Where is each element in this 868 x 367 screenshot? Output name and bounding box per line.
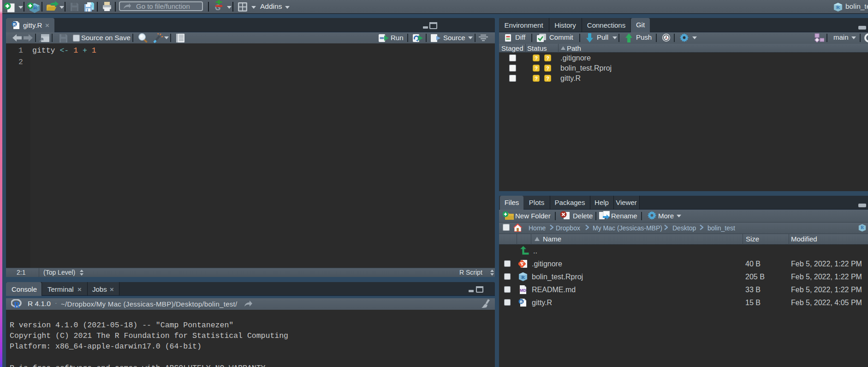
svg-text:R: R	[14, 300, 20, 308]
svg-text:R: R	[520, 300, 523, 304]
svg-text:R: R	[13, 22, 16, 27]
svg-text:R: R	[836, 4, 840, 10]
svg-text:R: R	[861, 225, 864, 230]
svg-text:R: R	[521, 275, 525, 280]
svg-text:MD: MD	[520, 288, 526, 293]
svg-text:R: R	[33, 4, 37, 11]
